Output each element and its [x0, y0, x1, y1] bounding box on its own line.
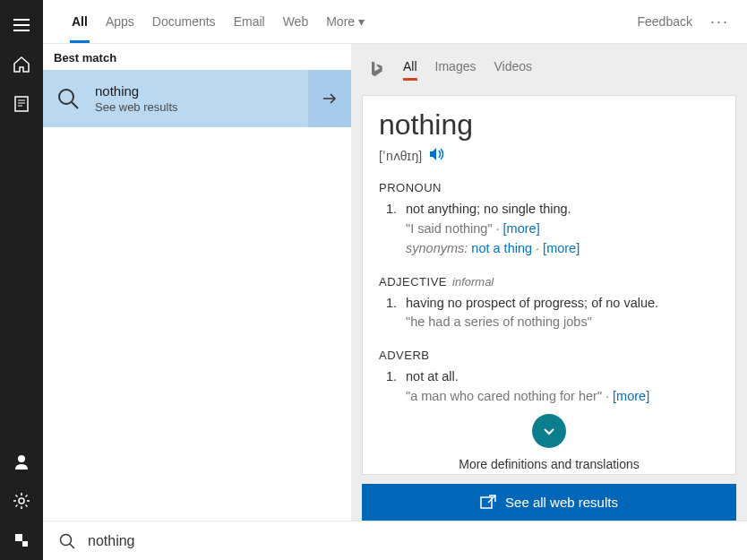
- expand-button[interactable]: [532, 414, 566, 448]
- pronunciation: [ˈnʌθɪŋ]: [379, 149, 422, 163]
- result-main[interactable]: nothing See web results: [43, 70, 308, 127]
- tab-apps[interactable]: Apps: [97, 0, 143, 43]
- results-panel: Best match nothing See web results: [43, 44, 351, 521]
- result-subtitle: See web results: [95, 100, 178, 114]
- example-quote: "he had a series of nothing jobs": [406, 313, 719, 332]
- bing-tabs: All Images Videos: [351, 51, 747, 86]
- informal-tag: informal: [452, 275, 494, 289]
- main: All Apps Documents Email Web More▾ Feedb…: [43, 0, 747, 560]
- tab-documents[interactable]: Documents: [143, 0, 225, 43]
- svg-line-16: [26, 495, 28, 497]
- result-open-icon[interactable]: [308, 70, 351, 127]
- svg-line-13: [16, 495, 18, 497]
- svg-point-7: [18, 455, 25, 462]
- home-icon[interactable]: [0, 45, 43, 84]
- more-link[interactable]: [more]: [543, 241, 580, 255]
- menu-icon[interactable]: [0, 5, 43, 45]
- see-all-results-button[interactable]: See all web results: [362, 484, 736, 521]
- synonyms-label: synonyms:: [406, 241, 468, 255]
- svg-point-19: [59, 90, 73, 104]
- preview-panel: All Images Videos nothing [ˈnʌθɪŋ] PRONO…: [351, 44, 747, 521]
- svg-rect-17: [15, 534, 22, 541]
- search-bar: [43, 521, 747, 560]
- svg-line-25: [70, 544, 74, 548]
- svg-rect-3: [15, 97, 28, 111]
- example-quote: "I said nothing": [406, 221, 493, 236]
- synonym-link[interactable]: not a thing: [471, 241, 532, 255]
- bing-tab-images[interactable]: Images: [435, 59, 477, 79]
- user-icon[interactable]: [0, 442, 43, 481]
- bing-tab-videos[interactable]: Videos: [494, 59, 532, 79]
- def-num: 1.: [379, 294, 406, 333]
- more-options-icon[interactable]: ···: [701, 13, 738, 31]
- svg-rect-22: [481, 497, 492, 508]
- svg-rect-0: [13, 19, 30, 21]
- chevron-down-icon: ▾: [358, 14, 365, 29]
- def-num: 1.: [379, 200, 406, 258]
- tab-all[interactable]: All: [63, 0, 97, 43]
- svg-point-24: [61, 534, 72, 545]
- search-icon: [59, 533, 75, 549]
- pos-adverb: ADVERB: [379, 349, 719, 362]
- feedback-link[interactable]: Feedback: [629, 14, 701, 29]
- speaker-icon[interactable]: [429, 147, 445, 165]
- bing-tab-all[interactable]: All: [403, 59, 417, 79]
- svg-point-8: [19, 498, 24, 504]
- search-input[interactable]: [88, 533, 747, 549]
- definition: not anything; no single thing.: [406, 200, 719, 220]
- external-link-icon: [480, 495, 496, 509]
- search-result[interactable]: nothing See web results: [43, 70, 351, 127]
- bing-logo-icon: [367, 60, 385, 78]
- tabs-row: All Apps Documents Email Web More▾ Feedb…: [43, 0, 747, 44]
- tab-email[interactable]: Email: [225, 0, 274, 43]
- best-match-header: Best match: [43, 44, 351, 70]
- svg-line-20: [72, 102, 78, 108]
- settings-icon[interactable]: [0, 481, 43, 521]
- pos-pronoun: PRONOUN: [379, 181, 719, 194]
- content: Best match nothing See web results: [43, 44, 747, 521]
- recent-icon[interactable]: [0, 84, 43, 124]
- dictionary-word: nothing: [379, 108, 719, 142]
- more-link[interactable]: [more]: [503, 221, 540, 236]
- svg-rect-1: [13, 24, 30, 26]
- left-rail: [0, 0, 43, 560]
- svg-line-15: [16, 505, 18, 507]
- def-num: 1.: [379, 367, 406, 407]
- definition: not at all.: [406, 367, 719, 387]
- dictionary-card: nothing [ˈnʌθɪŋ] PRONOUN 1. not anything…: [362, 95, 736, 474]
- example-quote: "a man who cared nothing for her": [406, 389, 602, 403]
- definition: having no prospect of progress; of no va…: [406, 294, 719, 314]
- svg-line-14: [26, 505, 28, 507]
- share-icon[interactable]: [0, 521, 43, 560]
- expand-label: More definitions and translations: [459, 457, 640, 471]
- search-icon: [52, 82, 84, 115]
- tab-more[interactable]: More▾: [317, 0, 374, 43]
- more-link[interactable]: [more]: [613, 389, 649, 403]
- pos-adjective: ADJECTIVEinformal: [379, 275, 719, 289]
- result-title: nothing: [95, 83, 178, 99]
- svg-rect-18: [22, 541, 28, 547]
- tab-web[interactable]: Web: [274, 0, 318, 43]
- svg-rect-2: [13, 30, 30, 31]
